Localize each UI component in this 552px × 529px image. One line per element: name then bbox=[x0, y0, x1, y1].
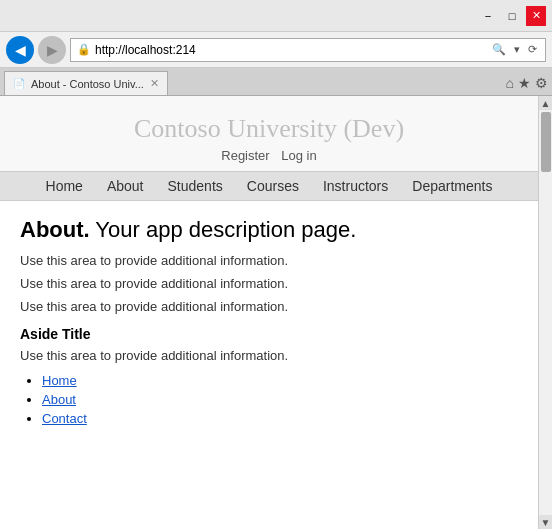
nav-home[interactable]: Home bbox=[34, 178, 95, 194]
tab-bar: 📄 About - Contoso Univ... ✕ ⌂ ★ ⚙ bbox=[0, 68, 552, 96]
nav-about[interactable]: About bbox=[95, 178, 156, 194]
body-line-1: Use this area to provide additional info… bbox=[20, 253, 518, 268]
close-button[interactable]: ✕ bbox=[526, 6, 546, 26]
address-search-icon[interactable]: 🔍 bbox=[490, 43, 508, 56]
minimize-button[interactable]: − bbox=[478, 6, 498, 26]
site-header: Contoso University (Dev) Register Log in bbox=[0, 96, 538, 171]
nav-courses[interactable]: Courses bbox=[235, 178, 311, 194]
address-icon: 🔒 bbox=[77, 43, 91, 56]
page-body: Use this area to provide additional info… bbox=[20, 253, 518, 314]
page-main: About. Your app description page. Use th… bbox=[0, 201, 538, 446]
register-link[interactable]: Register bbox=[221, 148, 269, 163]
tab-title: About - Contoso Univ... bbox=[31, 78, 144, 90]
page-content: Contoso University (Dev) Register Log in… bbox=[0, 96, 538, 529]
title-bar: − □ ✕ bbox=[0, 0, 552, 32]
aside-body: Use this area to provide additional info… bbox=[20, 348, 518, 363]
scroll-down-button[interactable]: ▼ bbox=[539, 515, 553, 529]
page-heading-bold: About. bbox=[20, 217, 90, 242]
footer-link-about-anchor[interactable]: About bbox=[42, 392, 76, 407]
browser-nav-bar: ◀ ▶ 🔒 http://localhost:214 🔍 ▾ ⟳ bbox=[0, 32, 552, 68]
favorites-icon[interactable]: ★ bbox=[518, 75, 531, 91]
page-heading: About. Your app description page. bbox=[20, 217, 518, 243]
footer-link-home-anchor[interactable]: Home bbox=[42, 373, 77, 388]
scroll-thumb[interactable] bbox=[541, 112, 551, 172]
footer-link-contact: Contact bbox=[42, 411, 518, 426]
forward-button[interactable]: ▶ bbox=[38, 36, 66, 64]
tab-favicon-icon: 📄 bbox=[13, 78, 25, 89]
back-button[interactable]: ◀ bbox=[6, 36, 34, 64]
tab-close-icon[interactable]: ✕ bbox=[150, 77, 159, 90]
address-dropdown-icon[interactable]: ▾ bbox=[512, 43, 522, 56]
maximize-button[interactable]: □ bbox=[502, 6, 522, 26]
body-line-3: Use this area to provide additional info… bbox=[20, 299, 518, 314]
nav-students[interactable]: Students bbox=[156, 178, 235, 194]
settings-icon[interactable]: ⚙ bbox=[535, 75, 548, 91]
aside-title: Aside Title bbox=[20, 326, 518, 342]
tab-bar-icons: ⌂ ★ ⚙ bbox=[506, 75, 548, 95]
footer-link-home: Home bbox=[42, 373, 518, 388]
site-title: Contoso University (Dev) bbox=[0, 114, 538, 144]
nav-departments[interactable]: Departments bbox=[400, 178, 504, 194]
aside-body-text: Use this area to provide additional info… bbox=[20, 348, 518, 363]
active-tab[interactable]: 📄 About - Contoso Univ... ✕ bbox=[4, 71, 168, 95]
scroll-track[interactable] bbox=[539, 110, 552, 515]
scroll-up-button[interactable]: ▲ bbox=[539, 96, 553, 110]
footer-link-contact-anchor[interactable]: Contact bbox=[42, 411, 87, 426]
site-auth: Register Log in bbox=[0, 148, 538, 163]
footer-links: Home About Contact bbox=[20, 373, 518, 426]
browser-content: Contoso University (Dev) Register Log in… bbox=[0, 96, 552, 529]
address-refresh-icon[interactable]: ⟳ bbox=[526, 43, 539, 56]
login-link[interactable]: Log in bbox=[281, 148, 316, 163]
address-text: http://localhost:214 bbox=[95, 43, 486, 57]
site-nav: Home About Students Courses Instructors … bbox=[0, 171, 538, 201]
page-heading-normal: Your app description page. bbox=[90, 217, 357, 242]
home-icon[interactable]: ⌂ bbox=[506, 75, 514, 91]
scrollbar[interactable]: ▲ ▼ bbox=[538, 96, 552, 529]
nav-instructors[interactable]: Instructors bbox=[311, 178, 400, 194]
body-line-2: Use this area to provide additional info… bbox=[20, 276, 518, 291]
footer-link-about: About bbox=[42, 392, 518, 407]
address-bar[interactable]: 🔒 http://localhost:214 🔍 ▾ ⟳ bbox=[70, 38, 546, 62]
